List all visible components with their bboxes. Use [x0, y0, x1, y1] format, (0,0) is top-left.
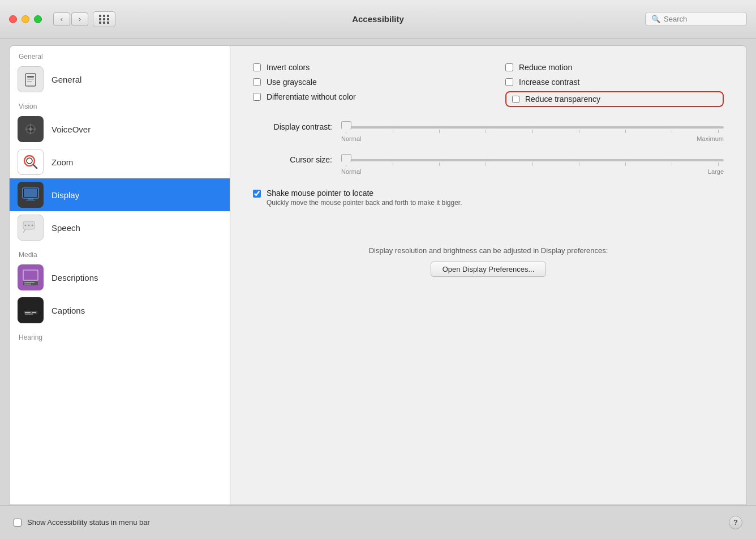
sidebar-item-speech[interactable]: Speech	[10, 211, 230, 244]
display-contrast-row: Display contrast:	[253, 121, 724, 133]
titlebar: ‹ › Accessibility 🔍	[0, 0, 756, 38]
invert-colors-row: Invert colors	[253, 63, 471, 72]
sidebar-section-general: General	[10, 46, 230, 63]
options-grid: Invert colors Use grayscale Differentiat…	[253, 63, 724, 107]
traffic-lights	[9, 15, 42, 23]
search-bar: 🔍	[645, 12, 747, 26]
sidebar-item-general-label: General	[51, 75, 81, 84]
svg-rect-13	[24, 189, 37, 197]
nav-buttons: ‹ ›	[53, 12, 88, 26]
shake-mouse-checkbox[interactable]	[253, 190, 261, 198]
sidebar-item-general[interactable]: General	[10, 63, 230, 96]
close-button[interactable]	[9, 15, 17, 23]
sidebar-item-descriptions-label: Descriptions	[51, 273, 98, 283]
sidebar-item-speech-label: Speech	[51, 223, 80, 233]
open-display-prefs-button[interactable]: Open Display Preferences...	[431, 262, 547, 277]
zoom-icon	[18, 149, 44, 175]
speech-icon	[18, 215, 44, 241]
display-contrast-max: Maximum	[697, 135, 724, 142]
help-button[interactable]: ?	[729, 516, 742, 529]
reduce-motion-row: Reduce motion	[505, 63, 724, 72]
search-icon: 🔍	[651, 15, 660, 23]
increase-contrast-checkbox[interactable]	[505, 78, 513, 86]
differentiate-color-label: Differentiate without color	[267, 92, 356, 101]
use-grayscale-row: Use grayscale	[253, 78, 471, 87]
svg-point-18	[28, 225, 30, 226]
show-status-checkbox[interactable]	[14, 519, 22, 527]
svg-rect-0	[25, 74, 36, 86]
reduce-transparency-label: Reduce transparency	[525, 95, 600, 104]
svg-rect-29	[25, 314, 33, 315]
display-contrast-slider[interactable]	[341, 126, 724, 129]
show-status-row: Show Accessibility status in menu bar	[14, 518, 150, 527]
svg-rect-27	[25, 312, 31, 313]
general-icon	[18, 66, 44, 92]
grid-view-button[interactable]	[93, 11, 115, 27]
reduce-transparency-wrapper-outer: Reduce transparency	[505, 91, 724, 107]
svg-rect-1	[27, 76, 34, 78]
shake-mouse-section: Shake mouse pointer to locate Quickly mo…	[253, 189, 724, 207]
shake-mouse-text: Shake mouse pointer to locate Quickly mo…	[267, 189, 462, 207]
display-contrast-slider-container	[341, 121, 724, 133]
use-grayscale-checkbox[interactable]	[253, 78, 261, 86]
display-icon	[18, 182, 44, 208]
shake-mouse-title: Shake mouse pointer to locate	[267, 189, 462, 198]
svg-rect-2	[27, 79, 34, 80]
sidebar-item-display-label: Display	[51, 190, 79, 200]
sidebar-section-media: Media	[10, 244, 230, 261]
svg-point-19	[32, 225, 33, 226]
bottom-bar: Show Accessibility status in menu bar ?	[0, 505, 756, 539]
cursor-size-min: Normal	[341, 168, 361, 175]
shake-mouse-description: Quickly move the mouse pointer back and …	[267, 199, 462, 207]
reduce-motion-checkbox[interactable]	[505, 63, 513, 71]
captions-icon	[18, 297, 44, 323]
display-prefs-text: Display resolution and brightness can be…	[253, 246, 724, 255]
cursor-size-slider[interactable]	[341, 159, 724, 161]
svg-rect-24	[24, 284, 31, 285]
reduce-transparency-highlighted: Reduce transparency	[505, 91, 724, 107]
svg-rect-21	[24, 271, 37, 280]
sidebar-item-zoom[interactable]: Zoom	[10, 146, 230, 178]
display-contrast-min: Normal	[341, 135, 361, 142]
display-contrast-label: Display contrast:	[253, 122, 332, 131]
descriptions-icon	[18, 264, 44, 290]
sidebar-item-display[interactable]: Display	[10, 178, 230, 211]
cursor-size-max: Large	[708, 168, 724, 175]
main-window: General General Vision	[0, 38, 756, 505]
sidebar-item-descriptions[interactable]: Descriptions	[10, 261, 230, 294]
cursor-size-label: Cursor size:	[253, 155, 332, 164]
invert-colors-checkbox[interactable]	[253, 63, 261, 71]
differentiate-color-checkbox[interactable]	[253, 93, 261, 101]
increase-contrast-label: Increase contrast	[519, 78, 579, 87]
display-contrast-section: Display contrast:	[253, 121, 724, 142]
minimize-button[interactable]	[22, 15, 29, 23]
sidebar-item-voiceover[interactable]: VoiceOver	[10, 113, 230, 146]
sidebar-item-captions-label: Captions	[51, 306, 85, 315]
maximize-button[interactable]	[34, 15, 42, 23]
forward-button[interactable]: ›	[71, 12, 88, 26]
sidebar: General General Vision	[9, 45, 230, 505]
use-grayscale-label: Use grayscale	[267, 78, 317, 87]
reduce-transparency-checkbox[interactable]	[512, 96, 519, 103]
svg-rect-28	[32, 312, 36, 313]
svg-rect-14	[28, 198, 33, 200]
svg-line-11	[33, 165, 37, 168]
sidebar-item-captions[interactable]: Captions	[10, 294, 230, 327]
svg-rect-22	[23, 281, 38, 285]
svg-point-17	[25, 225, 27, 226]
invert-colors-label: Invert colors	[267, 63, 310, 72]
sidebar-section-hearing: Hearing	[10, 327, 230, 344]
show-status-label: Show Accessibility status in menu bar	[27, 518, 150, 527]
voiceover-icon	[18, 116, 44, 142]
cursor-size-slider-container	[341, 153, 724, 166]
content-panel: Invert colors Use grayscale Differentiat…	[230, 45, 747, 505]
back-button[interactable]: ‹	[53, 12, 70, 26]
display-prefs-section: Display resolution and brightness can be…	[253, 229, 724, 277]
increase-contrast-row: Increase contrast	[505, 78, 724, 87]
sidebar-item-zoom-label: Zoom	[51, 157, 73, 167]
reduce-motion-label: Reduce motion	[519, 63, 572, 72]
cursor-size-row: Cursor size:	[253, 153, 724, 166]
svg-rect-23	[24, 282, 35, 283]
search-input[interactable]	[664, 15, 741, 23]
window-title: Accessibility	[352, 14, 404, 24]
